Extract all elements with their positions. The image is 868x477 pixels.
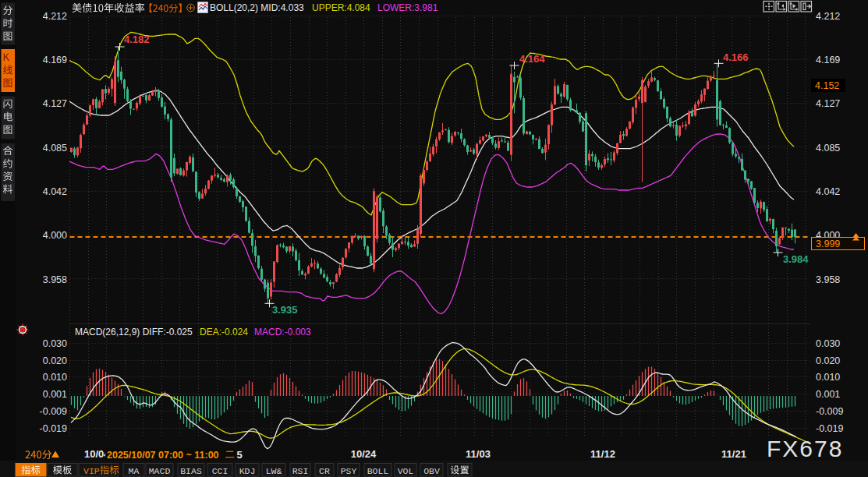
svg-text:BOLL: BOLL <box>367 466 389 476</box>
svg-text:3.935: 3.935 <box>272 304 298 316</box>
svg-text:3.999: 3.999 <box>816 238 840 249</box>
svg-text:4.000: 4.000 <box>43 230 67 241</box>
svg-text:11/12: 11/12 <box>590 448 615 460</box>
svg-text:2025/10/07 07:00 ~ 11:00: 2025/10/07 07:00 ~ 11:00 <box>107 450 219 461</box>
svg-text:4.042: 4.042 <box>43 186 67 197</box>
svg-text:KDJ: KDJ <box>239 466 256 476</box>
svg-text:VOL: VOL <box>398 466 414 476</box>
svg-text:OBV: OBV <box>423 466 440 476</box>
svg-text:0.030: 0.030 <box>43 338 67 349</box>
svg-text:4.085: 4.085 <box>816 143 840 154</box>
svg-text:LOWER:3.981: LOWER:3.981 <box>377 2 438 13</box>
svg-text:5: 5 <box>237 449 243 461</box>
svg-text:0.001: 0.001 <box>816 389 840 400</box>
svg-text:-0.019: -0.019 <box>40 423 67 434</box>
svg-text:4.152: 4.152 <box>815 80 839 91</box>
svg-text:10/24: 10/24 <box>351 448 377 460</box>
svg-text:0.010: 0.010 <box>816 372 840 383</box>
svg-text:RSI: RSI <box>292 466 309 476</box>
svg-text:-0.019: -0.019 <box>816 423 843 434</box>
svg-text:4.182: 4.182 <box>124 34 150 45</box>
svg-text:3.958: 3.958 <box>43 274 67 285</box>
svg-text:4.127: 4.127 <box>43 98 67 109</box>
svg-text:4.169: 4.169 <box>816 55 840 65</box>
svg-text:4.042: 4.042 <box>816 186 840 197</box>
svg-text:0.020: 0.020 <box>816 355 840 366</box>
svg-text:BIAS: BIAS <box>180 466 202 476</box>
svg-text:FX678: FX678 <box>767 436 843 461</box>
svg-text:-0.009: -0.009 <box>40 406 67 417</box>
svg-text:MACD: MACD <box>149 466 171 476</box>
svg-text:4.127: 4.127 <box>816 98 840 109</box>
svg-text:0.030: 0.030 <box>816 338 840 349</box>
svg-text:11/03: 11/03 <box>466 448 491 460</box>
svg-text:MACD(26,12,9) DIFF:-0.025: MACD(26,12,9) DIFF:-0.025 <box>75 327 193 337</box>
svg-text:CCI: CCI <box>212 466 229 476</box>
svg-text:BOLL(20,2) MID:4.033: BOLL(20,2) MID:4.033 <box>210 2 304 13</box>
svg-text:MA: MA <box>129 466 140 476</box>
svg-text:CR: CR <box>319 466 330 476</box>
svg-text:3.984: 3.984 <box>783 253 809 265</box>
svg-text:-0.009: -0.009 <box>816 406 843 417</box>
svg-text:0.001: 0.001 <box>43 389 67 400</box>
svg-text:4.212: 4.212 <box>816 11 840 22</box>
svg-text:LW&: LW& <box>266 466 282 476</box>
svg-text:VIP: VIP <box>83 466 100 476</box>
svg-text:4.212: 4.212 <box>43 11 67 22</box>
svg-text:4.166: 4.166 <box>723 51 749 63</box>
svg-text:MACD:-0.003: MACD:-0.003 <box>254 327 311 337</box>
svg-text:UPPER:4.084: UPPER:4.084 <box>312 2 370 13</box>
svg-text:4.169: 4.169 <box>43 55 67 65</box>
svg-text:0.010: 0.010 <box>43 372 67 383</box>
svg-text:PSY: PSY <box>341 466 357 476</box>
svg-text:4.085: 4.085 <box>43 143 67 154</box>
svg-text:DEA:-0.024: DEA:-0.024 <box>200 327 248 337</box>
svg-text:3.958: 3.958 <box>816 274 840 285</box>
svg-text:4.164: 4.164 <box>519 53 545 65</box>
svg-text:11/21: 11/21 <box>721 448 746 460</box>
svg-text:0.020: 0.020 <box>43 355 67 366</box>
